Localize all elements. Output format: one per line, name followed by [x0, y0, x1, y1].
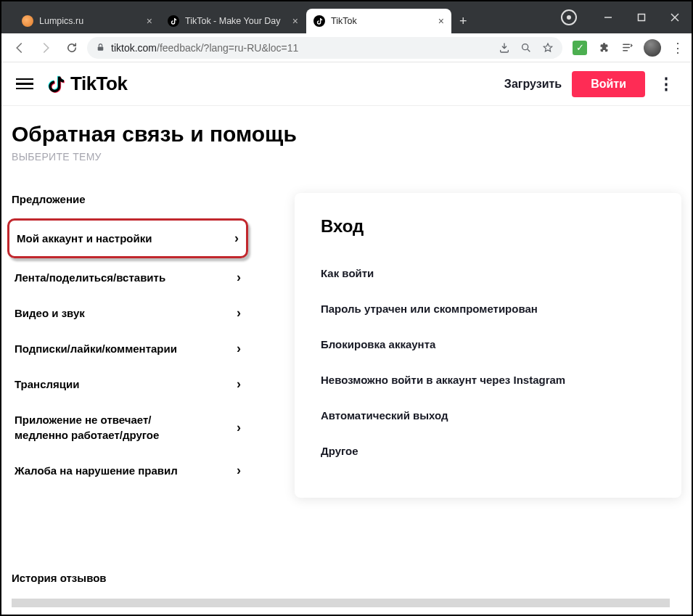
hamburger-icon[interactable] [16, 75, 33, 93]
page-subtitle: ВЫБЕРИТЕ ТЕМУ [12, 151, 681, 163]
tiktok-note-icon [46, 74, 67, 94]
sidebar-item-follows-likes-comments[interactable]: Подписки/лайки/комментарии › [12, 331, 244, 366]
page-title: Обратная связь и помощь [12, 122, 681, 147]
sidebar-item-label: Лента/поделиться/вставить [15, 271, 165, 284]
browser-tab-lumpics[interactable]: Lumpics.ru × [15, 9, 160, 33]
url-host: tiktok.com [111, 42, 157, 54]
tiktok-brand-text: TikTok [70, 73, 127, 95]
detail-panel: Вход Как войти Пароль утрачен или скомпр… [295, 193, 681, 498]
chevron-right-icon: › [237, 341, 241, 356]
sidebar-item-account-settings[interactable]: Мой аккаунт и настройки › [7, 218, 248, 258]
new-tab-button[interactable]: + [452, 9, 475, 33]
forward-button[interactable] [35, 37, 57, 59]
browser-tab-tiktok-1[interactable]: TikTok - Make Your Day × [160, 9, 306, 33]
favicon-lumpics [22, 15, 33, 27]
sidebar-item-label: Трансляции [15, 378, 79, 390]
tab-title: TikTok [331, 16, 432, 26]
panel-item-auto-logout[interactable]: Автоматический выход [321, 398, 655, 433]
chevron-right-icon: › [237, 377, 241, 392]
sidebar-item-report-violation[interactable]: Жалоба на нарушение правил › [12, 453, 244, 488]
browser-tab-strip: Lumpics.ru × TikTok - Make Your Day × Ti… [1, 1, 692, 33]
zoom-icon[interactable] [520, 42, 532, 54]
window-maximize-button[interactable] [625, 4, 658, 30]
reload-button[interactable] [61, 37, 83, 59]
sidebar-item-feed-share[interactable]: Лента/поделиться/вставить › [12, 260, 244, 295]
sidebar-item-label: Подписки/лайки/комментарии [15, 342, 177, 355]
chevron-right-icon: › [237, 305, 241, 321]
svg-rect-4 [98, 46, 104, 50]
history-heading: История отзывов [12, 572, 107, 584]
chevron-right-icon: › [234, 231, 239, 246]
chevron-right-icon: › [237, 463, 241, 478]
chrome-menu-icon[interactable]: ⋮ [671, 41, 684, 54]
chevron-right-icon: › [237, 270, 241, 285]
panel-item-password-lost[interactable]: Пароль утрачен или скомпрометирован [321, 291, 655, 327]
lock-icon [96, 43, 105, 52]
sidebar-heading: Предложение [12, 193, 244, 205]
favicon-tiktok [313, 15, 325, 27]
reading-list-icon[interactable] [620, 41, 633, 54]
close-icon[interactable]: × [147, 15, 152, 27]
svg-line-6 [528, 49, 530, 52]
sidebar-item-video-sound[interactable]: Видео и звук › [12, 295, 244, 331]
sidebar-item-label: Мой аккаунт и настройки [17, 232, 152, 245]
tiktok-logo[interactable]: TikTok [46, 73, 127, 95]
page-content: Обратная связь и помощь ВЫБЕРИТЕ ТЕМУ Пр… [1, 106, 692, 615]
tab-title: Lumpics.ru [39, 16, 141, 26]
sidebar-item-live[interactable]: Трансляции › [12, 366, 244, 402]
window-minimize-button[interactable] [591, 4, 625, 30]
tiktok-header: TikTok Загрузить Войти ⋮ [1, 62, 692, 106]
svg-point-5 [522, 44, 528, 49]
extension-check-icon[interactable]: ✓ [573, 41, 587, 55]
close-icon[interactable]: × [438, 15, 444, 27]
topic-sidebar: Предложение Мой аккаунт и настройки › Ле… [12, 193, 244, 498]
horizontal-scrollbar[interactable] [12, 599, 670, 607]
address-bar[interactable]: tiktok.com/feedback/?lang=ru-RU&loc=11 [87, 37, 562, 59]
chevron-right-icon: › [237, 420, 241, 435]
extensions-icon[interactable] [597, 41, 610, 54]
panel-item-how-to-login[interactable]: Как войти [321, 255, 655, 291]
tab-title: TikTok - Make Your Day [185, 16, 287, 26]
panel-item-other[interactable]: Другое [321, 433, 655, 469]
bookmark-star-icon[interactable] [542, 42, 554, 54]
install-icon[interactable] [499, 42, 510, 54]
panel-item-account-locked[interactable]: Блокировка аккаунта [321, 327, 655, 362]
favicon-tiktok [168, 15, 179, 27]
sidebar-item-label: Видео и звук [15, 307, 85, 319]
sidebar-item-label: Жалоба на нарушение правил [15, 464, 178, 477]
chrome-account-icon[interactable] [561, 9, 577, 25]
window-close-button[interactable] [658, 4, 692, 30]
panel-title: Вход [321, 216, 655, 237]
profile-avatar[interactable] [644, 39, 661, 57]
sidebar-item-label: Приложение не отвечает/медленно работает… [15, 412, 203, 443]
more-menu-icon[interactable]: ⋮ [655, 75, 677, 94]
browser-toolbar: tiktok.com/feedback/?lang=ru-RU&loc=11 ✓… [1, 33, 692, 62]
sidebar-item-app-issues[interactable]: Приложение не отвечает/медленно работает… [12, 402, 244, 453]
panel-item-instagram-login[interactable]: Невозможно войти в аккаунт через Instagr… [321, 362, 655, 398]
upload-link[interactable]: Загрузить [504, 78, 562, 91]
back-button[interactable] [9, 37, 30, 59]
login-button[interactable]: Войти [572, 71, 645, 97]
close-icon[interactable]: × [292, 15, 298, 27]
url-path: /feedback/?lang=ru-RU&loc=11 [157, 42, 298, 54]
browser-tab-tiktok-2[interactable]: TikTok × [306, 9, 451, 33]
svg-rect-1 [639, 15, 645, 21]
